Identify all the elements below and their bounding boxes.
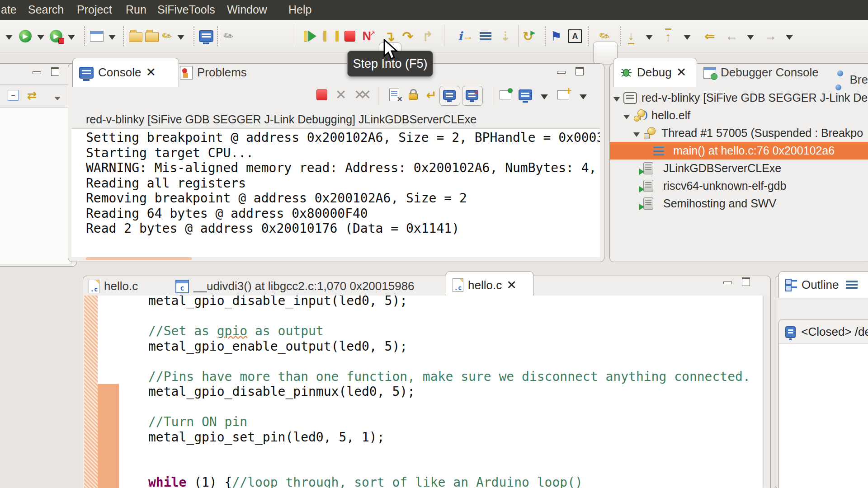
display-console-icon[interactable]	[517, 87, 533, 103]
console-line: Removing breakpoint @ address 0x200102A6…	[86, 191, 600, 206]
stderr-toggle-icon[interactable]: ✕	[464, 87, 480, 103]
word-wrap-icon[interactable]: ↵	[423, 87, 439, 103]
console-line: Read 2 bytes @ address 0x20010176 (Data …	[86, 221, 600, 236]
terminal-view-icon	[785, 326, 796, 338]
debug-tree-row[interactable]: Thread #1 57005 (Suspended : Breakpo	[610, 124, 868, 142]
tab-breakpoints-label: Bre	[850, 73, 868, 87]
maximize-icon[interactable]	[51, 67, 59, 76]
instruction-step-icon[interactable]: i→	[458, 28, 474, 44]
skip-breakpoints-icon[interactable]: ⇣	[497, 28, 514, 44]
menu-item-project[interactable]: Project	[77, 3, 112, 16]
tab-hello-c-active[interactable]: .c hello.c ✕	[446, 271, 533, 299]
console-line: Starting target CPU...	[86, 145, 600, 161]
caret-down-icon[interactable]	[63, 28, 80, 44]
close-icon[interactable]: ✕	[676, 66, 687, 79]
stop-console-icon[interactable]	[314, 87, 330, 103]
view-menu-caret-icon[interactable]	[49, 89, 66, 105]
code-line	[148, 354, 762, 369]
tab-console[interactable]: Console ✕	[72, 58, 179, 87]
tab-breakpoints[interactable]: Bre	[837, 66, 868, 94]
step-return-icon[interactable]: ↱	[420, 28, 436, 44]
no-edit-icon[interactable]: ✎	[221, 28, 237, 44]
forward-nav-icon[interactable]: →	[762, 28, 778, 44]
minimize-icon[interactable]	[557, 71, 566, 74]
explorer-content[interactable]	[0, 107, 72, 264]
menu-item-sifivetools[interactable]: SiFiveTools	[157, 3, 215, 16]
link-editor-icon[interactable]: ⇄	[24, 87, 40, 103]
run-icon[interactable]: ▶	[17, 28, 33, 44]
tab-debugger-console[interactable]: Debugger Console	[703, 66, 819, 80]
thread-icon	[643, 127, 657, 140]
open-folder-icon[interactable]	[127, 28, 144, 44]
menu-item-help[interactable]: Help	[288, 3, 311, 16]
format-a-icon[interactable]: A	[567, 28, 583, 44]
tab-hello-c-1[interactable]: .c hello.c	[89, 279, 138, 293]
console-output[interactable]: Setting breakpoint @ address 0x200102A6,…	[71, 128, 600, 257]
menu-item-search[interactable]: Search	[28, 3, 64, 16]
caret-down-icon[interactable]	[173, 28, 189, 44]
profile-icon[interactable]: ▶	[48, 28, 64, 44]
menu-item-run[interactable]: Run	[126, 3, 146, 16]
debug-tree-row[interactable]: JLinkGDBServerCLExe	[610, 160, 868, 177]
back-history-icon[interactable]: ⇐	[702, 28, 718, 44]
caret-down-icon[interactable]	[781, 28, 797, 44]
caret-down-icon[interactable]	[641, 28, 657, 44]
download-icon[interactable]: ↓	[623, 28, 639, 44]
scroll-lock-icon[interactable]	[405, 86, 421, 102]
close-icon[interactable]: ✕	[506, 279, 517, 291]
collapse-all-icon[interactable]: −	[5, 87, 21, 103]
caret-down-icon[interactable]	[104, 28, 120, 44]
code-editor[interactable]: metal_gpio_disable_input(led0, 5); //Set…	[84, 296, 762, 488]
disconnect-icon[interactable]: N↗	[361, 28, 377, 44]
tab-outline[interactable]: Outline	[778, 271, 868, 298]
editor-scrollbar[interactable]	[763, 296, 770, 488]
open-console-caret-icon[interactable]	[575, 88, 591, 104]
expander-icon[interactable]	[633, 132, 640, 137]
tab-problems[interactable]: Problems	[180, 66, 247, 80]
show-execution-icon[interactable]	[477, 28, 494, 44]
disassembly-tab-icon[interactable]	[846, 281, 858, 289]
back-nav-icon[interactable]: ←	[723, 28, 740, 44]
debug-tree-row[interactable]: main() at hello.c:76 0x200102a6	[610, 142, 868, 160]
caret-down-icon[interactable]	[742, 28, 759, 44]
display-console-caret-icon[interactable]	[536, 88, 552, 104]
upload-icon[interactable]: ↑	[660, 28, 676, 44]
expander-icon[interactable]	[623, 115, 630, 119]
suspend-icon[interactable]	[323, 28, 339, 44]
maximize-icon[interactable]	[576, 67, 584, 75]
menu-item-navigate[interactable]: ate	[1, 3, 17, 16]
minimize-icon[interactable]	[33, 71, 41, 74]
verify-flag-icon[interactable]: ⚑	[548, 28, 564, 44]
resume-icon[interactable]	[302, 28, 318, 44]
caret-down-icon[interactable]	[33, 28, 49, 44]
clear-console-icon[interactable]	[386, 87, 402, 103]
tab-udivdi3[interactable]: c __udivdi3() at libgcc2.c:1,070 0x20015…	[175, 279, 415, 293]
console-tab-icon	[79, 67, 94, 79]
minimize-icon[interactable]	[723, 282, 732, 284]
pin-console-icon[interactable]	[497, 87, 514, 103]
expander-icon[interactable]	[613, 97, 620, 102]
debug-tree-row[interactable]: hello.elf	[610, 107, 868, 124]
console-view-icon[interactable]	[198, 28, 214, 44]
close-icon[interactable]: ✕	[146, 66, 156, 79]
caret-down-icon[interactable]	[1, 28, 17, 44]
stdout-toggle-icon[interactable]	[441, 87, 458, 103]
highlight-brush-icon[interactable]: ✎	[597, 28, 613, 44]
tab-debug[interactable]: Debug ✕	[613, 58, 697, 87]
new-c-window-icon[interactable]	[89, 28, 105, 44]
clear-x-icon[interactable]: ✕	[333, 87, 349, 103]
debug-tree-row[interactable]: riscv64-unknown-elf-gdb	[610, 177, 868, 195]
open-console-icon[interactable]	[555, 87, 571, 103]
open-folder-icon[interactable]	[144, 28, 160, 44]
menu-item-window[interactable]: Window	[227, 3, 267, 16]
debug-tree-row[interactable]: red-v-blinky [SiFive GDB SEGGER J-Link D…	[610, 89, 868, 107]
terminate-icon[interactable]	[342, 28, 358, 44]
problems-tab-icon	[180, 66, 193, 80]
tab-outline-label: Outline	[802, 278, 839, 292]
restart-icon[interactable]: ↻▶	[521, 28, 537, 44]
debug-tree-row[interactable]: Semihosting and SWV	[610, 195, 868, 212]
tab-debug-label: Debug	[637, 66, 672, 80]
remove-all-x-icon[interactable]: ✕✕	[352, 87, 368, 103]
maximize-icon[interactable]	[742, 277, 750, 286]
caret-down-icon[interactable]	[679, 28, 695, 44]
